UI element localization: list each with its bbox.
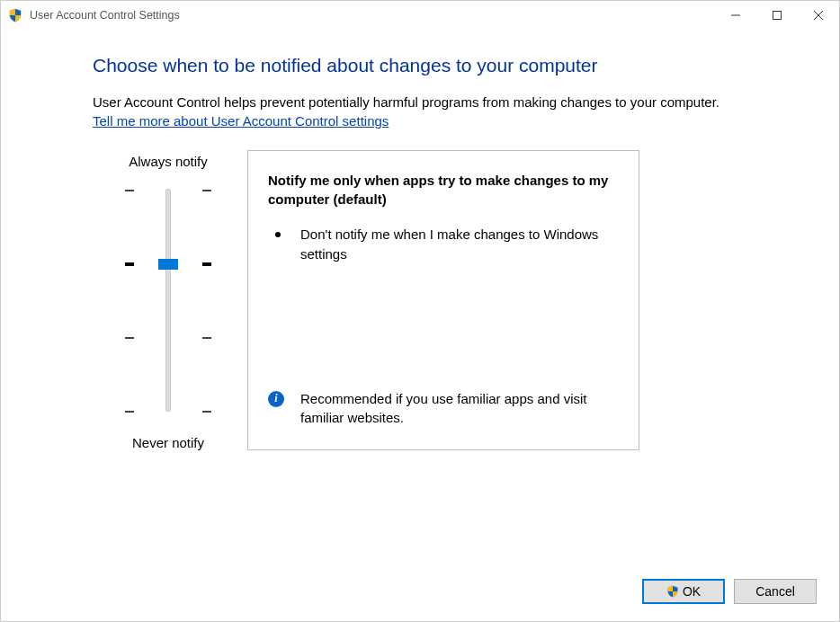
notification-level-slider[interactable]: [125, 174, 211, 426]
minimize-button[interactable]: [715, 1, 756, 30]
cancel-button[interactable]: Cancel: [734, 579, 817, 604]
slider-track: [165, 189, 171, 412]
learn-more-link[interactable]: Tell me more about User Account Control …: [93, 113, 389, 129]
maximize-button[interactable]: [756, 1, 798, 30]
window-title: User Account Control Settings: [30, 9, 715, 22]
recommendation-text: Recommended if you use familiar apps and…: [300, 389, 617, 429]
window-controls: [715, 1, 839, 30]
intro-text: User Account Control helps prevent poten…: [93, 93, 785, 111]
slider-top-label: Always notify: [93, 154, 244, 169]
svg-rect-1: [773, 12, 782, 20]
details-title: Notify me only when apps try to make cha…: [268, 171, 617, 209]
dialog-buttons: OK Cancel: [642, 579, 817, 604]
close-button[interactable]: [798, 1, 839, 30]
recommendation-row: i Recommended if you use familiar apps a…: [268, 389, 617, 429]
page-heading: Choose when to be notified about changes…: [93, 55, 785, 76]
uac-shield-icon: [666, 585, 679, 598]
cancel-button-label: Cancel: [755, 584, 795, 599]
slider-bottom-label: Never notify: [93, 435, 244, 450]
info-icon: i: [268, 391, 284, 407]
details-panel: Notify me only when apps try to make cha…: [247, 150, 639, 450]
uac-shield-icon: [8, 8, 22, 22]
bullet-icon: [275, 232, 281, 237]
details-bullet-text: Don't notify me when I make changes to W…: [300, 225, 617, 264]
ok-button[interactable]: OK: [642, 579, 725, 604]
titlebar: User Account Control Settings: [1, 1, 839, 30]
details-bullet-row: Don't notify me when I make changes to W…: [268, 225, 617, 264]
slider-thumb[interactable]: [158, 259, 178, 270]
ok-button-label: OK: [683, 584, 701, 599]
